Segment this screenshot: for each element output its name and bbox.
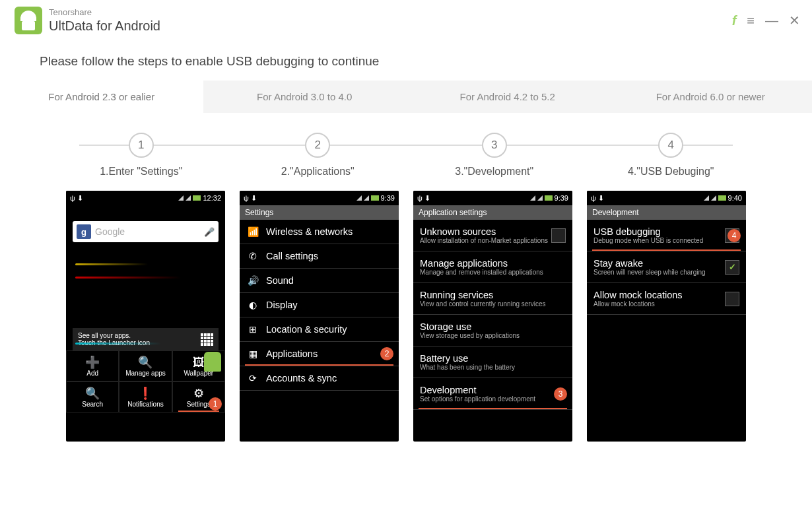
clock-label: 9:39 xyxy=(555,194,568,202)
launcher-tip: See all your apps. Touch the Launcher ic… xyxy=(73,328,219,350)
usb-icon: ψ xyxy=(591,194,596,202)
search-bar[interactable]: g Google 🎤 xyxy=(73,221,219,242)
brand-label: Tenorshare xyxy=(49,7,160,18)
step-circle-3: 3 xyxy=(482,133,507,158)
dock-notifications[interactable]: ❗Notifications xyxy=(119,381,172,412)
step-circle-2: 2 xyxy=(305,133,330,158)
clock-label: 12:32 xyxy=(203,194,221,202)
add-icon: ➕ xyxy=(85,355,100,370)
highlight-underline xyxy=(419,408,567,409)
phone-screenshot-1: ψ⬇ 12:32 g Google 🎤 See all your apps. T… xyxy=(66,191,225,442)
decoration xyxy=(75,277,181,279)
phone-screenshot-3: ψ⬇ 9:39 Application settings Unknown sou… xyxy=(413,191,572,442)
menu-item-usb-debugging[interactable]: USB debuggingDebug mode when USB is conn… xyxy=(587,220,746,251)
highlight-underline xyxy=(245,364,393,366)
phone-screenshot-4: ψ⬇ 9:40 Development USB debuggingDebug m… xyxy=(587,191,746,442)
signal-icon xyxy=(537,195,543,201)
checkbox[interactable]: ✓ xyxy=(725,260,739,275)
battery-icon xyxy=(545,195,553,201)
notifications-icon: ❗ xyxy=(138,386,152,401)
signal-icon xyxy=(711,195,716,201)
tab-for-android-3-0-to-4-0[interactable]: For Android 3.0 to 4.0 xyxy=(203,81,407,113)
menu-item-allow-mock-locations[interactable]: Allow mock locationsAllow mock locations xyxy=(587,283,746,315)
row-icon: 📶 xyxy=(246,226,259,237)
phone-screenshot-2: ψ⬇ 9:39 Settings 📶Wireless & networks✆Ca… xyxy=(240,191,399,442)
facebook-icon[interactable]: f xyxy=(732,13,737,28)
step-label-1: 1.Enter "Settings" xyxy=(53,166,230,178)
menu-item-call-settings[interactable]: ✆Call settings xyxy=(240,244,399,269)
stepper: 1 2 3 4 xyxy=(0,113,812,166)
titlebar: Tenorshare UltData for Android f ≡ — ✕ xyxy=(0,0,812,38)
instruction-text: Please follow the steps to enable USB de… xyxy=(0,38,812,81)
checkbox[interactable] xyxy=(725,292,739,306)
wallpaper-icon: 🖼 xyxy=(193,355,205,370)
menu-item-running-services[interactable]: Running servicesView and control current… xyxy=(413,283,572,315)
tabs: For Android 2.3 or ealierFor Android 3.0… xyxy=(0,81,812,113)
close-icon[interactable]: ✕ xyxy=(789,13,800,28)
stepper-line xyxy=(79,145,733,146)
step-badge: 4 xyxy=(727,229,741,242)
google-icon: g xyxy=(77,224,91,239)
step-badge: 2 xyxy=(380,347,393,360)
menu-icon[interactable]: ≡ xyxy=(747,13,755,28)
row-icon: ◐ xyxy=(246,300,259,310)
step-label-4: 4."USB Debuging" xyxy=(583,166,760,178)
row-icon: ⊞ xyxy=(246,324,259,335)
dock-wallpaper[interactable]: 🖼Wallpaper xyxy=(172,350,225,381)
menu-item-stay-awake[interactable]: Stay awakeScreen will never sleep while … xyxy=(587,251,746,283)
tab-for-android-4-2-to-5-2[interactable]: For Android 4.2 to 5.2 xyxy=(406,81,609,113)
screen-title: Settings xyxy=(240,205,399,220)
minimize-icon[interactable]: — xyxy=(765,13,778,28)
battery-icon xyxy=(193,195,201,201)
mic-icon[interactable]: 🎤 xyxy=(204,227,215,237)
dock-search[interactable]: 🔍Search xyxy=(66,381,119,412)
step-badge: 1 xyxy=(209,397,222,411)
menu-item-applications[interactable]: ▦Applications2 xyxy=(240,342,399,366)
row-icon: ✆ xyxy=(246,251,259,261)
menu-item-unknown-sources[interactable]: Unknown sourcesAllow installation of non… xyxy=(413,220,572,251)
download-icon: ⬇ xyxy=(598,194,604,203)
signal-icon xyxy=(530,195,535,201)
menu-item-location-security[interactable]: ⊞Location & security xyxy=(240,317,399,342)
decoration xyxy=(75,263,148,265)
menu-item-manage-applications[interactable]: Manage applicationsManage and remove ins… xyxy=(413,251,572,283)
menu-item-storage-use[interactable]: Storage useView storage used by applicat… xyxy=(413,315,572,346)
menu-item-wireless-networks[interactable]: 📶Wireless & networks xyxy=(240,220,399,244)
menu-item-development[interactable]: DevelopmentSet options for application d… xyxy=(413,378,572,410)
search-placeholder: Google xyxy=(95,226,204,237)
tab-for-android-2-3-or-ealier[interactable]: For Android 2.3 or ealier xyxy=(0,81,203,113)
usb-icon: ψ xyxy=(70,194,75,202)
signal-icon xyxy=(186,195,191,201)
download-icon: ⬇ xyxy=(77,194,83,203)
screen-title: Development xyxy=(587,205,746,220)
row-icon: 🔊 xyxy=(246,275,259,286)
menu-item-battery-use[interactable]: Battery useWhat has been using the batte… xyxy=(413,346,572,378)
dock-settings[interactable]: ⚙Settings1 xyxy=(172,381,225,412)
search-icon: 🔍 xyxy=(85,386,100,401)
settings-icon: ⚙ xyxy=(193,386,204,401)
battery-icon xyxy=(718,195,726,201)
step-label-2: 2."Applications" xyxy=(230,166,407,178)
apps-grid-icon xyxy=(201,333,213,346)
step-badge: 3 xyxy=(554,387,567,401)
product-label: UltData for Android xyxy=(49,18,160,34)
decoration xyxy=(75,343,161,345)
row-icon: ▦ xyxy=(246,348,259,359)
manage-apps-icon: 🔍 xyxy=(138,355,152,370)
battery-icon xyxy=(371,195,379,201)
row-icon: ⟳ xyxy=(246,373,259,383)
tab-for-android-6-0-or-newer[interactable]: For Android 6.0 or newer xyxy=(609,81,813,113)
menu-item-display[interactable]: ◐Display xyxy=(240,293,399,317)
signal-icon xyxy=(356,195,362,201)
menu-item-accounts-sync[interactable]: ⟳Accounts & sync xyxy=(240,366,399,391)
menu-item-sound[interactable]: 🔊Sound xyxy=(240,269,399,293)
dock-manage-apps[interactable]: 🔍Manage apps xyxy=(119,350,172,381)
step-label-3: 3."Development" xyxy=(406,166,583,178)
dock-add[interactable]: ➕Add xyxy=(66,350,119,381)
download-icon: ⬇ xyxy=(424,194,430,203)
highlight-underline xyxy=(592,249,741,251)
screen-title: Application settings xyxy=(413,205,572,220)
clock-label: 9:39 xyxy=(381,194,395,202)
clock-label: 9:40 xyxy=(728,194,742,202)
checkbox[interactable] xyxy=(551,228,566,243)
